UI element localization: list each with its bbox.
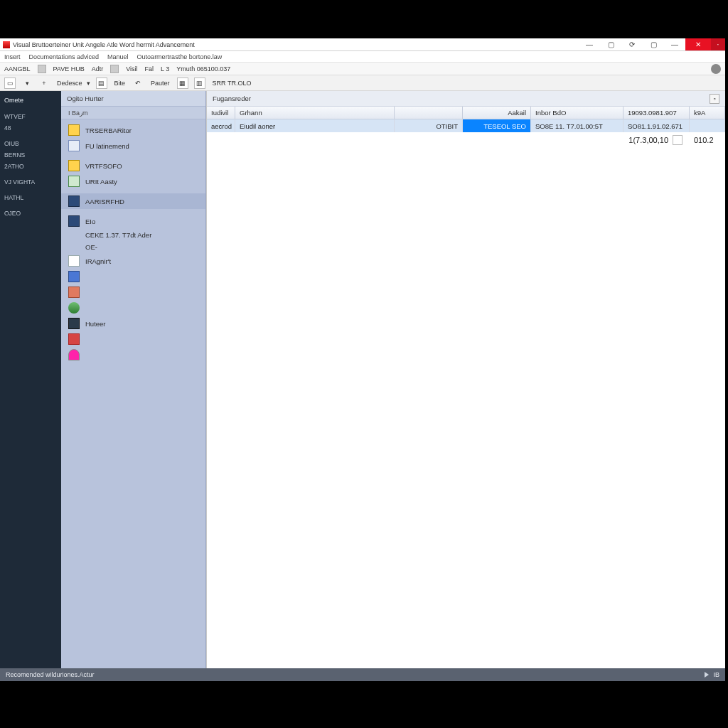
menu-item[interactable]: Outoarmertrasthe bortone.law [137,53,223,60]
cmd-item[interactable]: Visil [126,65,137,73]
tree-item[interactable] [61,347,205,363]
rail-item[interactable]: OIUB [0,138,61,149]
cmd-item[interactable]: PAVE HUB [53,65,85,73]
user-avatar-icon[interactable] [711,64,721,74]
status-right: IB [713,671,719,678]
restore-button[interactable]: ⟳ [621,38,643,50]
aux-button-2[interactable]: — [664,38,685,50]
refresh-icon[interactable] [38,65,46,73]
cell: OTIBIT [395,119,463,132]
titlebar: Visual Bruttоertеiner Unit Angele Atle W… [0,38,725,51]
tree-item[interactable] [61,300,205,316]
tree-item-label: TRSERBARitor [85,127,132,134]
menu-item[interactable]: Manuel [107,53,129,60]
cell-selected: TESEOL SEO [463,119,531,132]
rail-item[interactable]: WTVEF [0,111,61,122]
tree-panel: Ogito Hurter I Baرm TRSERBARitorFU latin… [61,91,206,668]
tree-item-icon [68,196,80,207]
cmd-item[interactable]: Fal [145,65,154,73]
tree-item[interactable] [61,284,205,300]
tree-item-icon [68,271,80,282]
tree-item-label: OE- [85,243,97,251]
tree-item-label: EIo [85,218,95,225]
tree-item[interactable] [61,331,205,347]
tree-item[interactable]: TRSERBARitor [61,122,205,138]
col-header[interactable]: Aakail [463,107,531,119]
command-row: AANGBL PAVE HUB Adtr Visil Fal L 3 Ymuth… [0,63,725,75]
tree-item-label: FU latinemend [85,142,129,150]
toolbar-save-icon[interactable]: ▤ [96,77,107,89]
maximize-button[interactable]: ▢ [600,38,621,50]
tree-item[interactable]: IRAgnir't [61,253,205,269]
close-button[interactable]: ✕ [685,38,711,50]
tree-item[interactable] [61,269,205,284]
tree-item-label: Huteer [85,320,106,328]
grid-row[interactable]: aecrod Eiudil aoner OTIBIT TESEOL SEO SO… [207,119,725,132]
cell: Eiudil aoner [235,119,395,132]
tree-subheader: I Baرm [61,107,205,119]
toolbar-sr-label[interactable]: SRR TR.OLO [211,80,253,87]
cmd-item[interactable]: Adtr [92,65,104,73]
toolbar-open-icon[interactable]: ▾ [21,77,33,89]
col-header[interactable]: Iudivil [207,107,235,119]
menu-item[interactable]: Insert [4,53,21,60]
toolbar-grid-a-icon[interactable]: ▦ [177,77,188,89]
toolbar-new-icon[interactable]: ▭ [4,77,16,89]
tree-item[interactable]: OE- [61,241,205,253]
tree-item[interactable]: FU latinemend [61,138,205,154]
toolbar-bite-label[interactable]: Bite [113,80,127,87]
toolbar-grid-b-icon[interactable]: ▥ [194,77,205,89]
tree-item-icon [68,124,80,136]
cmd-date: Ymuth 065100.037 [176,65,230,73]
toolbar-undo-icon[interactable]: ↶ [132,77,144,89]
content-header: Fugansreder ▫ [207,91,725,107]
col-header[interactable]: k9A [690,107,725,119]
minimize-button[interactable]: — [579,38,600,50]
rail-item[interactable]: OJEO [0,208,61,219]
cell [690,119,725,132]
panel-close-icon[interactable]: ▫ [710,94,719,104]
tree-item[interactable]: Huteer [61,316,205,331]
toolbar-poster-label[interactable]: Pauter [149,80,171,87]
tree-item-icon [68,287,80,298]
tree-list: TRSERBARitorFU latinemendVRTFSOFOURIt Aa… [61,119,205,365]
tree-item[interactable]: URIt Aasty [61,173,205,189]
tree-item-icon [68,349,80,360]
tree-item[interactable]: AARISRFHD [61,193,205,209]
col-header[interactable]: 19093.0981.907 [623,107,690,119]
col-header[interactable] [395,107,463,119]
tree-item-label: VRTFSOFO [85,162,122,170]
tree-item[interactable]: VRTFSOFO [61,158,205,173]
rail-item[interactable]: HATHL [0,192,61,203]
cell: SO8E 11. T7.01.00:5T [531,119,623,132]
cmd-item[interactable]: L 3 [161,65,169,73]
rail-item[interactable]: BERNS [0,149,61,161]
col-header[interactable]: Inbor BdO [531,107,623,119]
rail-item[interactable]: 2ATHO [0,161,61,172]
tree-item[interactable]: EIo [61,213,205,229]
window-controls: — ▢ ⟳ ▢ — ✕ · [579,38,725,50]
tree-item-icon [68,302,80,314]
tree-item-icon [68,215,80,227]
menu-item[interactable]: Documentations adviced [29,53,100,60]
grid-header: Iudivil Grhann Aakail Inbor BdO 19093.09… [207,107,725,119]
box-icon[interactable] [110,65,119,73]
close-alt-button[interactable]: · [711,38,725,50]
window-title: Visual Bruttоertеiner Unit Angele Atle W… [13,41,579,48]
summary-checkbox[interactable] [673,135,682,145]
tree-item[interactable]: CEKE 1.37. T7dt Ader [61,229,205,241]
rail-item[interactable]: VJ VIGHTA [0,176,61,188]
tree-item-icon [68,333,80,345]
toolbar-add-icon[interactable]: + [38,77,50,89]
play-icon[interactable] [705,672,709,678]
tree-item-icon [68,160,80,171]
status-bar: Recomended wilduriones.Actur IB [0,668,725,681]
summary-amount: 1(7.3,00,10 [580,132,673,148]
tree-item-icon [68,140,80,151]
col-header[interactable]: Grhann [235,107,395,119]
aux-button-1[interactable]: ▢ [643,38,664,50]
tree-item-label: IRAgnir't [85,257,111,265]
toolbar-design-label[interactable]: Dedesce [55,80,84,87]
content-panel: Fugansreder ▫ Iudivil Grhann Aakail Inbo… [206,91,725,668]
rail-item[interactable]: 48 [0,122,61,134]
